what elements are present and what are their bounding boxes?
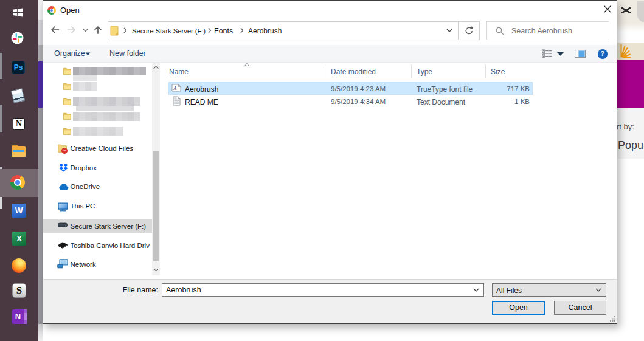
svg-text:A: A bbox=[173, 86, 177, 91]
